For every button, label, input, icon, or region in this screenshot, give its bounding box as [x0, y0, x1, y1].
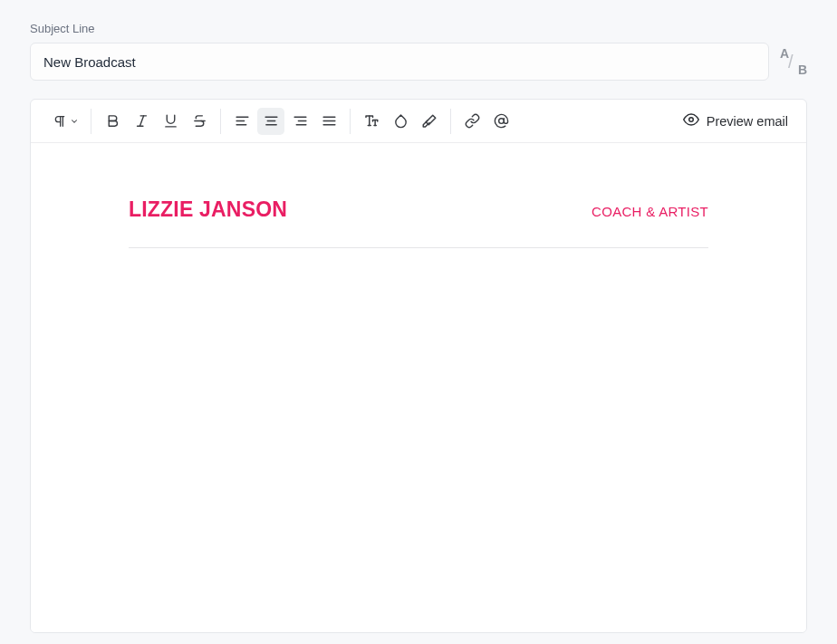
svg-point-21: [498, 119, 504, 124]
svg-line-2: [140, 116, 143, 126]
bold-icon: [105, 113, 120, 129]
subject-input[interactable]: [30, 43, 769, 81]
email-title: LIZZIE JANSON: [129, 197, 287, 222]
chevron-down-icon: [70, 117, 79, 126]
align-right-button[interactable]: [286, 108, 313, 135]
droplet-icon: [393, 113, 409, 129]
align-center-button[interactable]: [257, 108, 284, 135]
highlight-button[interactable]: [416, 108, 443, 135]
toolbar: Preview email: [31, 100, 806, 143]
editor-canvas[interactable]: LIZZIE JANSON COACH & ARTIST: [31, 143, 806, 632]
email-header: LIZZIE JANSON COACH & ARTIST: [129, 197, 708, 248]
preview-email-label: Preview email: [707, 114, 788, 129]
italic-icon: [134, 113, 149, 129]
text-color-button[interactable]: [387, 108, 414, 135]
paragraph-style-dropdown[interactable]: [47, 108, 83, 135]
strikethrough-icon: [192, 113, 207, 129]
svg-point-22: [689, 118, 694, 122]
font-size-button[interactable]: [358, 108, 385, 135]
align-center-icon: [264, 113, 279, 129]
mention-button[interactable]: [487, 108, 515, 135]
link-button[interactable]: [458, 108, 486, 135]
bold-button[interactable]: [99, 108, 126, 135]
marker-icon: [421, 113, 438, 130]
editor-container: Subject Line A / B: [0, 0, 837, 633]
ab-test-toggle[interactable]: A / B: [780, 48, 807, 75]
underline-button[interactable]: [157, 108, 184, 135]
align-left-icon: [235, 113, 250, 129]
subject-label: Subject Line: [30, 22, 807, 35]
link-icon: [465, 113, 480, 129]
email-subtitle: COACH & ARTIST: [592, 204, 708, 219]
underline-icon: [163, 113, 178, 129]
eye-icon: [683, 111, 699, 130]
align-left-button[interactable]: [228, 108, 255, 135]
at-sign-icon: [494, 113, 509, 129]
font-size-icon: [363, 113, 380, 130]
pilcrow-icon: [53, 114, 67, 129]
strikethrough-button[interactable]: [186, 108, 213, 135]
editor-card: Preview email LIZZIE JANSON COACH & ARTI…: [30, 99, 807, 633]
align-justify-button[interactable]: [315, 108, 342, 135]
italic-button[interactable]: [128, 108, 155, 135]
align-justify-icon: [322, 113, 337, 129]
subject-row: A / B: [30, 43, 807, 81]
align-right-icon: [293, 113, 308, 129]
preview-email-button[interactable]: Preview email: [674, 108, 797, 134]
